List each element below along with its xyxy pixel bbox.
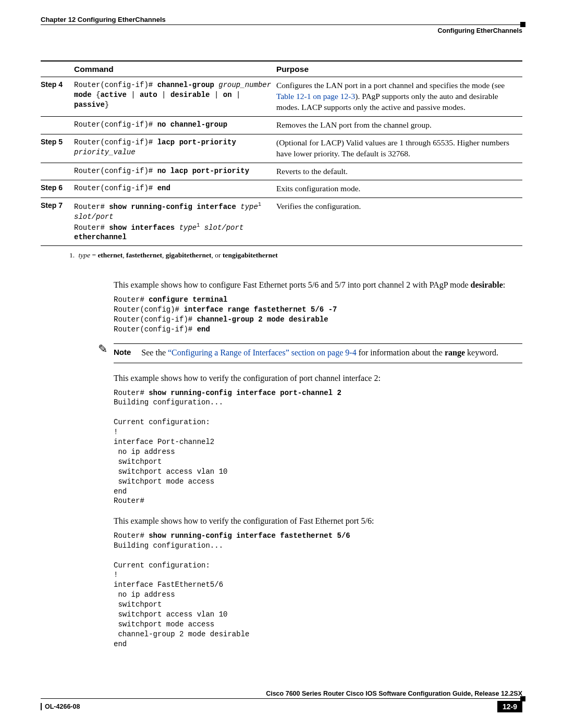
content-area: Command Purpose Step 4Router(config-if)#…	[41, 60, 522, 649]
command-cell: Router(config-if)# no channel-group	[74, 116, 276, 134]
code-block: Router# show running-config interface po…	[114, 388, 522, 507]
header-rule	[41, 24, 522, 25]
purpose-cell: Reverts to the default.	[276, 163, 522, 180]
table-link[interactable]: Table 12-1 on page 12-3	[276, 92, 355, 101]
footer-doc-number: OL-4266-08	[41, 703, 80, 710]
command-cell: Router(config-if)# no lacp port-priority	[74, 163, 276, 180]
page-footer: Cisco 7600 Series Router Cisco IOS Softw…	[41, 690, 522, 712]
note-block: ✎ Note See the “Configuring a Range of I…	[41, 343, 522, 363]
section-label: Configuring EtherChannels	[41, 27, 522, 34]
note-text: See the “Configuring a Range of Interfac…	[141, 347, 498, 359]
table-row: Step 4Router(config-if)# channel-group g…	[41, 77, 522, 117]
table-row: Router(config-if)# no lacp port-priority…	[41, 163, 522, 180]
note-label: Note	[114, 347, 136, 357]
table-footnote: 1. type = ethernet, fastethernet, gigabi…	[41, 251, 522, 260]
purpose-cell: Exits configuration mode.	[276, 180, 522, 198]
command-cell: Router(config-if)# end	[74, 180, 276, 198]
body-text-2: This example shows how to verify the con…	[41, 373, 522, 649]
footnote-text: type = ethernet, fastethernet, gigabitet…	[79, 251, 278, 259]
step-label: Step 7	[41, 198, 74, 246]
pencil-icon: ✎	[98, 343, 107, 355]
page-header: Chapter 12 Configuring EtherChannels Con…	[41, 16, 522, 34]
table-row: Step 7Router# show running-config interf…	[41, 198, 522, 246]
table-row: Step 5Router(config-if)# lacp port-prior…	[41, 134, 522, 163]
table-row: Router(config-if)# no channel-groupRemov…	[41, 116, 522, 134]
purpose-cell: Removes the LAN port from the channel gr…	[276, 116, 522, 134]
step-label	[41, 116, 74, 134]
command-table: Command Purpose Step 4Router(config-if)#…	[41, 60, 522, 246]
purpose-cell: Configures the LAN port in a port channe…	[276, 77, 522, 117]
paragraph: This example shows how to verify the con…	[114, 373, 522, 384]
command-cell: Router(config-if)# channel-group group_n…	[74, 77, 276, 117]
code-block: Router# configure terminal Router(config…	[114, 295, 522, 335]
paragraph: This example shows how to configure Fast…	[114, 279, 522, 291]
note-link[interactable]: “Configuring a Range of Interfaces” sect…	[168, 348, 357, 357]
purpose-cell: Verifies the configuration.	[276, 198, 522, 246]
chapter-label: Chapter 12 Configuring EtherChannels	[41, 16, 166, 23]
footnote-number: 1.	[69, 251, 75, 259]
page: Chapter 12 Configuring EtherChannels Con…	[0, 0, 563, 728]
footer-guide-title: Cisco 7600 Series Router Cisco IOS Softw…	[266, 690, 522, 697]
th-purpose: Purpose	[276, 61, 522, 77]
purpose-cell: (Optional for LACP) Valid values are 1 t…	[276, 134, 522, 163]
command-cell: Router(config-if)# lacp port-prioritypri…	[74, 134, 276, 163]
footer-end-square-icon	[520, 696, 525, 701]
step-label: Step 6	[41, 180, 74, 198]
page-number: 12-9	[497, 701, 522, 712]
command-cell: Router# show running-config interface ty…	[74, 198, 276, 246]
header-end-square-icon	[520, 22, 525, 27]
step-label: Step 5	[41, 134, 74, 163]
table-row: Step 6Router(config-if)# endExits config…	[41, 180, 522, 198]
code-block: Router# show running-config interface fa…	[114, 531, 522, 649]
paragraph: This example shows how to verify the con…	[114, 515, 522, 527]
step-label: Step 4	[41, 77, 74, 117]
body-text-1: This example shows how to configure Fast…	[41, 279, 522, 334]
th-command: Command	[74, 61, 276, 77]
step-label	[41, 163, 74, 180]
